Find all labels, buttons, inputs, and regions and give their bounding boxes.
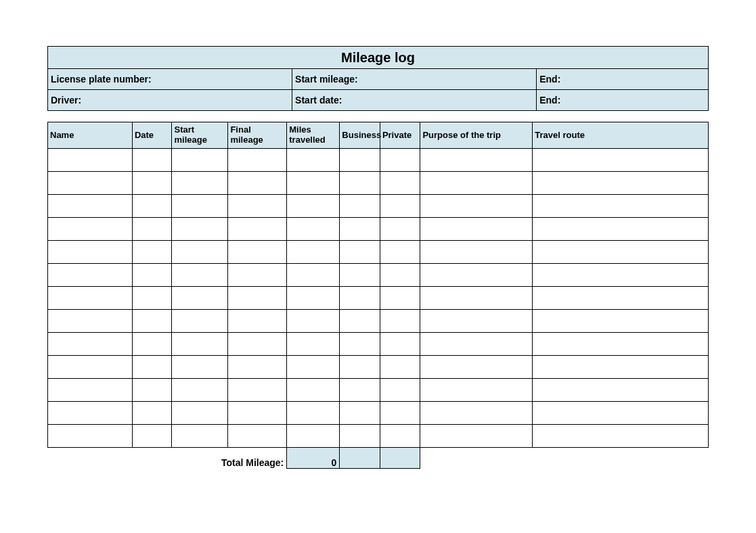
- data-cell[interactable]: [340, 425, 380, 448]
- data-cell[interactable]: [380, 310, 420, 333]
- data-cell[interactable]: [172, 218, 228, 241]
- data-cell[interactable]: [172, 333, 228, 356]
- data-cell[interactable]: [48, 356, 133, 379]
- data-cell[interactable]: [228, 425, 287, 448]
- data-cell[interactable]: [420, 379, 533, 402]
- data-cell[interactable]: [533, 264, 709, 287]
- data-cell[interactable]: [340, 195, 380, 218]
- data-cell[interactable]: [533, 218, 709, 241]
- data-cell[interactable]: [172, 379, 228, 402]
- data-cell[interactable]: [287, 379, 340, 402]
- data-cell[interactable]: [228, 195, 287, 218]
- data-cell[interactable]: [380, 241, 420, 264]
- data-cell[interactable]: [533, 379, 709, 402]
- data-cell[interactable]: [132, 310, 172, 333]
- data-cell[interactable]: [48, 287, 133, 310]
- data-cell[interactable]: [533, 402, 709, 425]
- data-cell[interactable]: [172, 402, 228, 425]
- data-cell[interactable]: [228, 172, 287, 195]
- data-cell[interactable]: [228, 379, 287, 402]
- data-cell[interactable]: [380, 264, 420, 287]
- data-cell[interactable]: [132, 402, 172, 425]
- data-cell[interactable]: [48, 425, 133, 448]
- data-cell[interactable]: [228, 287, 287, 310]
- data-cell[interactable]: [420, 264, 533, 287]
- data-cell[interactable]: [533, 333, 709, 356]
- data-cell[interactable]: [228, 356, 287, 379]
- data-cell[interactable]: [380, 402, 420, 425]
- data-cell[interactable]: [132, 149, 172, 172]
- data-cell[interactable]: [340, 379, 380, 402]
- data-cell[interactable]: [533, 310, 709, 333]
- data-cell[interactable]: [172, 195, 228, 218]
- data-cell[interactable]: [287, 356, 340, 379]
- data-cell[interactable]: [340, 241, 380, 264]
- data-cell[interactable]: [132, 195, 172, 218]
- data-cell[interactable]: [287, 287, 340, 310]
- data-cell[interactable]: [132, 264, 172, 287]
- data-cell[interactable]: [48, 310, 133, 333]
- data-cell[interactable]: [340, 333, 380, 356]
- data-cell[interactable]: [132, 356, 172, 379]
- data-cell[interactable]: [172, 264, 228, 287]
- data-cell[interactable]: [420, 402, 533, 425]
- data-cell[interactable]: [420, 356, 533, 379]
- data-cell[interactable]: [340, 402, 380, 425]
- data-cell[interactable]: [533, 149, 709, 172]
- data-cell[interactable]: [420, 149, 533, 172]
- data-cell[interactable]: [380, 149, 420, 172]
- data-cell[interactable]: [340, 310, 380, 333]
- data-cell[interactable]: [340, 218, 380, 241]
- data-cell[interactable]: [380, 195, 420, 218]
- data-cell[interactable]: [287, 218, 340, 241]
- data-cell[interactable]: [420, 218, 533, 241]
- data-cell[interactable]: [380, 218, 420, 241]
- data-cell[interactable]: [132, 172, 172, 195]
- data-cell[interactable]: [48, 149, 133, 172]
- data-cell[interactable]: [172, 310, 228, 333]
- data-cell[interactable]: [172, 149, 228, 172]
- data-cell[interactable]: [287, 425, 340, 448]
- data-cell[interactable]: [287, 241, 340, 264]
- data-cell[interactable]: [172, 287, 228, 310]
- data-cell[interactable]: [228, 218, 287, 241]
- data-cell[interactable]: [287, 310, 340, 333]
- data-cell[interactable]: [228, 264, 287, 287]
- data-cell[interactable]: [533, 195, 709, 218]
- data-cell[interactable]: [420, 241, 533, 264]
- data-cell[interactable]: [380, 287, 420, 310]
- data-cell[interactable]: [287, 264, 340, 287]
- data-cell[interactable]: [132, 218, 172, 241]
- data-cell[interactable]: [228, 149, 287, 172]
- data-cell[interactable]: [172, 241, 228, 264]
- data-cell[interactable]: [132, 425, 172, 448]
- data-cell[interactable]: [48, 333, 133, 356]
- data-cell[interactable]: [132, 241, 172, 264]
- data-cell[interactable]: [172, 356, 228, 379]
- data-cell[interactable]: [340, 172, 380, 195]
- data-cell[interactable]: [172, 172, 228, 195]
- data-cell[interactable]: [132, 287, 172, 310]
- data-cell[interactable]: [420, 287, 533, 310]
- data-cell[interactable]: [420, 333, 533, 356]
- data-cell[interactable]: [132, 379, 172, 402]
- data-cell[interactable]: [48, 195, 133, 218]
- data-cell[interactable]: [287, 149, 340, 172]
- data-cell[interactable]: [420, 425, 533, 448]
- data-cell[interactable]: [380, 333, 420, 356]
- data-cell[interactable]: [228, 333, 287, 356]
- data-cell[interactable]: [380, 379, 420, 402]
- data-cell[interactable]: [48, 241, 133, 264]
- data-cell[interactable]: [380, 172, 420, 195]
- data-cell[interactable]: [132, 333, 172, 356]
- data-cell[interactable]: [172, 425, 228, 448]
- data-cell[interactable]: [420, 310, 533, 333]
- data-cell[interactable]: [340, 287, 380, 310]
- data-cell[interactable]: [228, 241, 287, 264]
- data-cell[interactable]: [340, 356, 380, 379]
- data-cell[interactable]: [48, 264, 133, 287]
- data-cell[interactable]: [533, 425, 709, 448]
- data-cell[interactable]: [48, 218, 133, 241]
- data-cell[interactable]: [48, 172, 133, 195]
- data-cell[interactable]: [420, 172, 533, 195]
